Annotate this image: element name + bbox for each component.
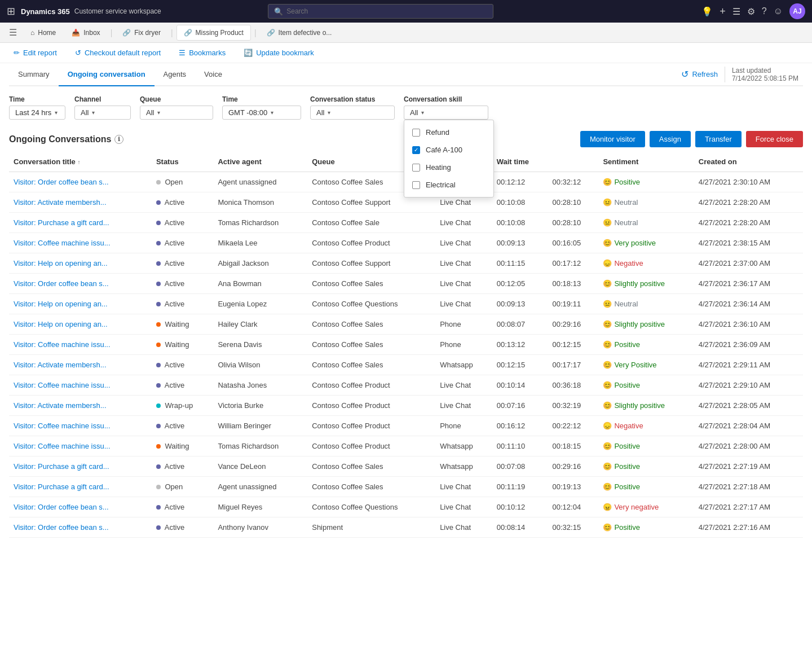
info-icon[interactable]: ℹ xyxy=(114,135,123,144)
conv-title-link[interactable]: Visitor: Order coffee bean s... xyxy=(14,178,109,186)
table-row: Visitor: Coffee machine issu... Active M… xyxy=(9,233,803,253)
conv-title-link[interactable]: Visitor: Coffee machine issu... xyxy=(14,239,111,247)
filter-conv-status-select[interactable]: All ▾ xyxy=(310,106,395,120)
sentiment-icon: 😞 xyxy=(603,259,612,267)
conv-title-link[interactable]: Visitor: Order coffee bean s... xyxy=(14,523,109,532)
cell-createdon: 4/27/2021 2:28:04 AM xyxy=(694,416,803,436)
page-tabs: Summary Ongoing conversation Agents Voic… xyxy=(9,63,803,86)
checkout-report-button[interactable]: ↺ Checkout default report xyxy=(70,46,165,59)
filter-conv-skill-select[interactable]: All ▾ xyxy=(404,106,488,120)
grid-icon[interactable]: ⊞ xyxy=(7,5,15,17)
conv-title-link[interactable]: Visitor: Order coffee bean s... xyxy=(14,279,109,288)
tab-fix-dryer[interactable]: 🔗 Fix dryer xyxy=(116,25,167,41)
conv-title-link[interactable]: Visitor: Help on opening an... xyxy=(14,300,108,308)
skill-checkbox-refund[interactable] xyxy=(412,129,420,137)
sentiment-label: Positive xyxy=(614,462,640,471)
filter-channel-label: Channel xyxy=(74,95,131,103)
skill-option-electrical[interactable]: Electrical xyxy=(404,176,493,194)
gear-icon[interactable]: ⚙ xyxy=(747,6,755,17)
fix-dryer-icon: 🔗 xyxy=(122,29,131,37)
conv-title-link[interactable]: Visitor: Purchase a gift card... xyxy=(14,482,109,491)
tab-ongoing[interactable]: Ongoing conversation xyxy=(59,63,155,86)
cell-status: Active xyxy=(152,192,214,213)
cell-handletime: 00:19:11 xyxy=(548,294,599,314)
conv-title-link[interactable]: Visitor: Purchase a gift card... xyxy=(14,218,109,227)
tab-agents[interactable]: Agents xyxy=(155,63,195,86)
tab-hamburger-icon[interactable]: ☰ xyxy=(5,27,21,38)
transfer-button[interactable]: Transfer xyxy=(695,131,742,147)
refresh-button[interactable]: ↺ Refresh xyxy=(681,69,718,80)
conv-title-link[interactable]: Visitor: Activate membersh... xyxy=(14,361,107,369)
cell-waittime: 00:07:08 xyxy=(492,457,548,477)
bookmarks-icon: ☰ xyxy=(179,49,186,57)
filter-timezone-value: GMT -08:00 xyxy=(228,108,267,117)
sort-icon[interactable]: ↑ xyxy=(77,159,80,165)
conv-title-link[interactable]: Visitor: Order coffee bean s... xyxy=(14,503,109,511)
cell-title: Visitor: Coffee machine issu... xyxy=(9,416,152,436)
assign-button[interactable]: Assign xyxy=(650,131,691,147)
bookmarks-button[interactable]: ☰ Bookmarks xyxy=(174,46,230,59)
monitor-visitor-button[interactable]: Monitor visitor xyxy=(580,131,645,147)
cell-createdon: 4/27/2021 2:28:20 AM xyxy=(694,213,803,233)
sentiment-label: Slightly positive xyxy=(614,320,665,328)
skill-option-cafe[interactable]: ✓ Café A-100 xyxy=(404,141,493,159)
question-icon[interactable]: ? xyxy=(762,6,767,16)
conv-title-link[interactable]: Visitor: Help on opening an... xyxy=(14,259,108,267)
filter-channel-select[interactable]: All ▾ xyxy=(74,106,131,120)
tab-inbox[interactable]: 📥 Inbox xyxy=(65,25,107,41)
sentiment-cell: 😊 Slightly positive xyxy=(603,401,689,410)
conv-title-link[interactable]: Visitor: Coffee machine issu... xyxy=(14,422,111,430)
tab-voice[interactable]: Voice xyxy=(195,63,231,86)
skill-option-heating[interactable]: Heating xyxy=(404,159,493,176)
cell-channel: Live Chat xyxy=(435,497,492,517)
tab-summary[interactable]: Summary xyxy=(9,63,59,86)
force-close-button[interactable]: Force close xyxy=(746,131,803,147)
avatar[interactable]: AJ xyxy=(789,3,805,19)
status-label: Active xyxy=(165,239,184,247)
skill-checkbox-cafe[interactable]: ✓ xyxy=(412,146,420,154)
edit-report-button[interactable]: ✏ Edit report xyxy=(9,46,61,59)
sentiment-label: Positive xyxy=(614,381,640,389)
table-row: Visitor: Order coffee bean s... Active M… xyxy=(9,497,803,517)
filter-queue-select[interactable]: All ▾ xyxy=(140,106,213,120)
status-label: Active xyxy=(165,300,184,308)
filter-time-select[interactable]: Last 24 hrs ▾ xyxy=(9,106,65,120)
sentiment-icon: 😐 xyxy=(603,218,612,227)
skill-label-cafe: Café A-100 xyxy=(426,146,462,154)
skill-option-refund[interactable]: Refund xyxy=(404,124,493,141)
lightbulb-icon[interactable]: 💡 xyxy=(701,6,713,17)
plus-icon[interactable]: + xyxy=(720,6,726,17)
conv-title-link[interactable]: Visitor: Activate membersh... xyxy=(14,198,107,207)
conv-title-link[interactable]: Visitor: Coffee machine issu... xyxy=(14,340,111,349)
sentiment-icon: 😐 xyxy=(603,198,612,207)
tab-fix-dryer-label: Fix dryer xyxy=(134,29,161,37)
sentiment-icon: 😊 xyxy=(603,442,612,450)
update-bookmark-button[interactable]: 🔄 Update bookmark xyxy=(239,46,319,59)
status-label: Wrap-up xyxy=(165,401,193,410)
status-dot xyxy=(156,200,161,205)
table-row: Visitor: Help on opening an... Active Eu… xyxy=(9,294,803,314)
cell-sentiment: 😊 Positive xyxy=(598,172,694,192)
tab-missing-product[interactable]: 🔗 Missing Product xyxy=(176,25,251,41)
cell-waittime: 00:08:14 xyxy=(492,517,548,538)
conv-title-link[interactable]: Visitor: Activate membersh... xyxy=(14,401,107,410)
tab-home[interactable]: ⌂ Home xyxy=(24,25,63,41)
cell-queue: Contoso Coffee Sales xyxy=(307,335,435,355)
conv-title-link[interactable]: Visitor: Coffee machine issu... xyxy=(14,442,111,450)
tab-item-defective[interactable]: 🔗 Item defective o... xyxy=(260,25,339,41)
search-bar[interactable]: 🔍 xyxy=(268,4,493,19)
cell-status: Active xyxy=(152,294,214,314)
conv-title-link[interactable]: Visitor: Coffee machine issu... xyxy=(14,381,111,389)
lines-icon[interactable]: ☰ xyxy=(732,6,740,17)
cell-createdon: 4/27/2021 2:38:15 AM xyxy=(694,233,803,253)
conv-title-link[interactable]: Visitor: Purchase a gift card... xyxy=(14,462,109,471)
skill-checkbox-electrical[interactable] xyxy=(412,181,420,189)
cell-handletime: 00:28:10 xyxy=(548,213,599,233)
conv-title-link[interactable]: Visitor: Help on opening an... xyxy=(14,320,108,328)
skill-checkbox-heating[interactable] xyxy=(412,164,420,172)
search-input[interactable] xyxy=(286,7,487,15)
filter-timezone-select[interactable]: GMT -08:00 ▾ xyxy=(222,106,301,120)
col-agent: Active agent xyxy=(213,152,307,172)
smiley-icon[interactable]: ☺ xyxy=(774,6,783,16)
cell-sentiment: 😐 Neutral xyxy=(598,192,694,213)
